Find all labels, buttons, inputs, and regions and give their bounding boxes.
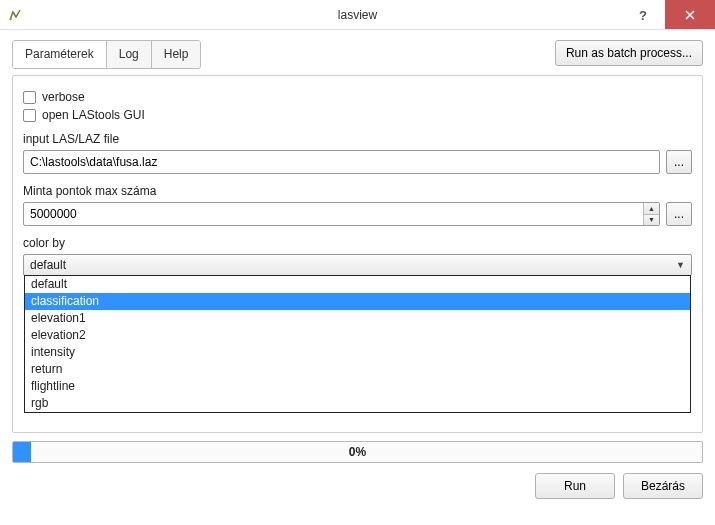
svg-point-0 [10,18,12,20]
color-by-option-rgb[interactable]: rgb [25,395,690,412]
tab-help[interactable]: Help [152,41,201,68]
run-button[interactable]: Run [535,473,615,499]
color-by-option-classification[interactable]: classification [25,293,690,310]
close-button[interactable]: Bezárás [623,473,703,499]
max-points-step-down[interactable]: ▼ [643,215,659,226]
max-points-more-button[interactable]: ... [666,202,692,226]
input-file-browse-button[interactable]: ... [666,150,692,174]
color-by-combobox[interactable]: default ▼ default classification elevati… [23,254,692,276]
input-file-label: input LAS/LAZ file [23,132,692,146]
color-by-selected-value: default [30,258,66,272]
color-by-option-intensity[interactable]: intensity [25,344,690,361]
verbose-checkbox[interactable] [23,91,36,104]
progress-label: 0% [349,445,366,459]
chevron-down-icon: ▼ [676,260,685,270]
parameters-panel: verbose open LAStools GUI input LAS/LAZ … [12,75,703,433]
app-icon [0,7,30,23]
color-by-option-elevation1[interactable]: elevation1 [25,310,690,327]
color-by-dropdown: default classification elevation1 elevat… [24,275,691,413]
open-gui-checkbox[interactable] [23,109,36,122]
max-points-field[interactable] [23,202,660,226]
tab-bar: Paraméterek Log Help [12,40,201,69]
color-by-option-flightline[interactable]: flightline [25,378,690,395]
max-points-step-up[interactable]: ▲ [643,203,659,215]
color-by-option-default[interactable]: default [25,276,690,293]
titlebar: lasview ? [0,0,715,30]
input-file-field[interactable] [23,150,660,174]
tab-log[interactable]: Log [107,41,152,68]
window-title: lasview [0,8,715,22]
titlebar-help-button[interactable]: ? [620,0,665,29]
tab-parameters[interactable]: Paraméterek [13,41,107,69]
max-points-label: Minta pontok max száma [23,184,692,198]
progress-fill [13,442,31,462]
svg-text:?: ? [639,9,647,21]
color-by-option-elevation2[interactable]: elevation2 [25,327,690,344]
progress-bar: 0% [12,441,703,463]
open-gui-label: open LAStools GUI [42,108,145,122]
color-by-label: color by [23,236,692,250]
titlebar-close-button[interactable] [665,0,715,29]
run-batch-button[interactable]: Run as batch process... [555,40,703,66]
color-by-option-return[interactable]: return [25,361,690,378]
verbose-label: verbose [42,90,85,104]
